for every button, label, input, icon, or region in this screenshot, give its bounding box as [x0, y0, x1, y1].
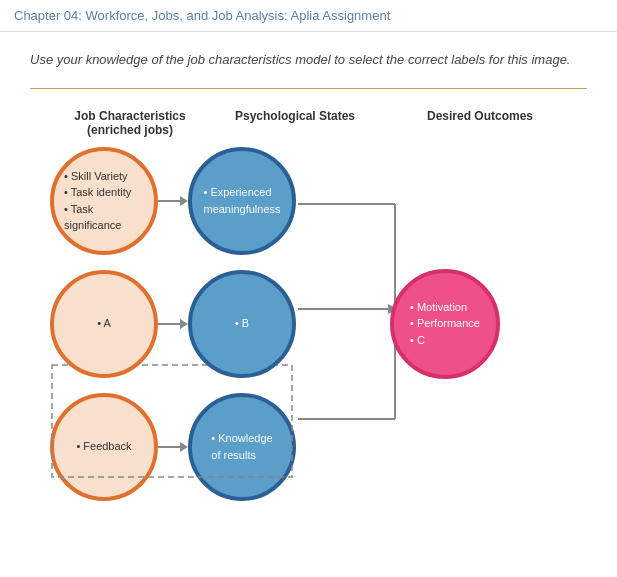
instruction-text: Use your knowledge of the job characteri… [0, 32, 617, 80]
ps-circle-1: • Experienced meaningfulness [188, 147, 296, 255]
diagram-area: Job Characteristics (enriched jobs) Psyc… [0, 99, 617, 521]
divider [30, 88, 587, 89]
arrow-2 [158, 319, 188, 329]
jc-circle-3: • Feedback [50, 393, 158, 501]
column-headers: Job Characteristics (enriched jobs) Psyc… [60, 109, 597, 137]
col-header-jc: Job Characteristics (enriched jobs) [60, 109, 200, 137]
table-row: • Feedback • Knowledge of results [50, 393, 597, 501]
table-row: • Skill Variety • Task identity • Task s… [50, 147, 597, 255]
ps-circle-2: • B [188, 270, 296, 378]
diagram-container: • Skill Variety • Task identity • Task s… [50, 147, 597, 501]
arrow-1 [158, 196, 188, 206]
arrow-3 [158, 442, 188, 452]
outcome-circle: • Motivation • Performance • C [390, 269, 500, 379]
rows-wrapper: • Skill Variety • Task identity • Task s… [50, 147, 597, 501]
ps-circle-3: • Knowledge of results [188, 393, 296, 501]
outcome-circle-container: • Motivation • Performance • C [390, 269, 500, 379]
header: Chapter 04: Workforce, Jobs, and Job Ana… [0, 0, 617, 32]
col-header-ps: Psychological States [230, 109, 360, 137]
table-row: • A • B • Motivation [50, 269, 597, 379]
header-title: Chapter 04: Workforce, Jobs, and Job Ana… [14, 8, 390, 23]
col-header-do: Desired Outcomes [420, 109, 540, 137]
jc-circle-2: • A [50, 270, 158, 378]
jc-circle-1: • Skill Variety • Task identity • Task s… [50, 147, 158, 255]
